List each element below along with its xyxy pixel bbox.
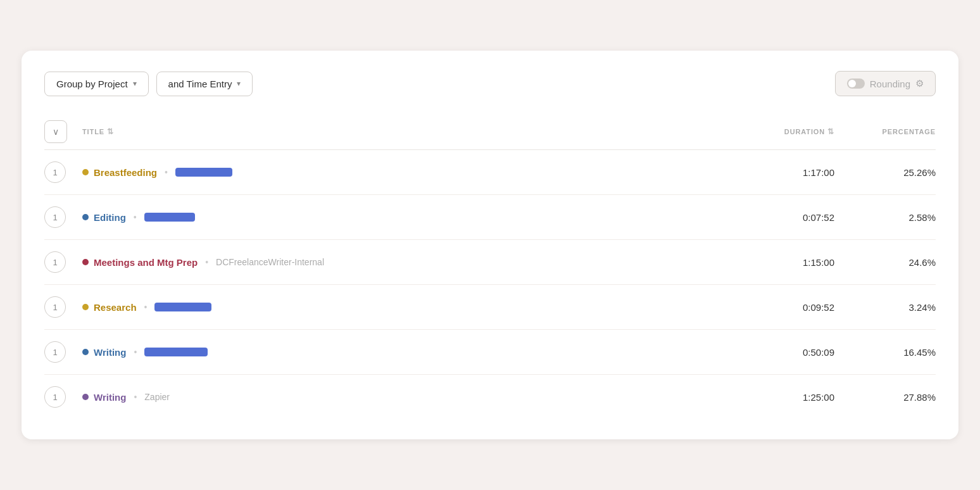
project-dot-icon [82,259,89,265]
toolbar: Group by Project ▾ and Time Entry ▾ Roun… [44,71,936,96]
chevron-down-icon: ∨ [53,127,59,137]
redacted-client-name [154,303,211,311]
project-dot-icon [82,304,89,310]
rounding-toggle [847,79,865,89]
project-dot-icon [82,394,89,400]
row-number-cell: 1 [44,161,82,183]
main-card: Group by Project ▾ and Time Entry ▾ Roun… [22,51,958,439]
separator: • [134,392,137,402]
row-duration: 1:25:00 [733,392,834,403]
row-percentage: 25.26% [834,167,936,178]
project-dot-icon [82,214,89,220]
collapse-button[interactable]: ∨ [44,120,67,143]
group-by-project-button[interactable]: Group by Project ▾ [44,72,149,96]
row-duration: 0:07:52 [733,212,834,223]
gear-icon: ⚙ [915,78,924,89]
row-percentage: 24.6% [834,257,936,268]
project-dot-icon [82,349,89,355]
row-number-badge: 1 [44,161,66,183]
row-number-cell: 1 [44,206,82,228]
row-number-badge: 1 [44,386,66,408]
row-percentage: 16.45% [834,347,936,358]
separator: • [134,347,137,357]
collapse-button-cell: ∨ [44,120,82,143]
row-number-badge: 1 [44,251,66,273]
chevron-down-icon: ▾ [237,79,241,88]
row-title-cell: Writing• [82,347,733,358]
separator: • [205,257,208,267]
row-title-cell: Meetings and Mtg Prep•DCFreelanceWriter-… [82,257,733,268]
table-row: 1Meetings and Mtg Prep•DCFreelanceWriter… [44,240,936,285]
project-name[interactable]: Meetings and Mtg Prep [94,257,198,268]
title-column-header: TITLE ⇅ [82,127,733,136]
client-name: DCFreelanceWriter-Internal [216,257,324,267]
table-header: ∨ TITLE ⇅ DURATION ⇅ PERCENTAGE [44,114,936,150]
redacted-client-name [175,168,232,177]
row-percentage: 2.58% [834,212,936,223]
percentage-column-header: PERCENTAGE [834,128,936,135]
redacted-client-name [144,213,195,222]
row-number-cell: 1 [44,296,82,318]
project-name[interactable]: Research [94,302,137,313]
row-number-cell: 1 [44,341,82,363]
table-body: 1Breastfeeding•1:17:0025.26%1Editing•0:0… [44,150,936,419]
row-number-badge: 1 [44,341,66,363]
row-duration: 1:17:00 [733,167,834,178]
time-entry-button[interactable]: and Time Entry ▾ [156,72,253,96]
row-number-cell: 1 [44,386,82,408]
separator: • [144,302,148,312]
table-row: 1Writing•Zapier1:25:0027.88% [44,375,936,419]
project-name[interactable]: Editing [94,212,126,223]
row-number-badge: 1 [44,296,66,318]
row-title-cell: Writing•Zapier [82,392,733,403]
row-number-badge: 1 [44,206,66,228]
chevron-down-icon: ▾ [133,79,137,88]
sort-icon: ⇅ [107,127,114,136]
row-title-cell: Breastfeeding• [82,167,733,178]
project-name[interactable]: Writing [94,347,126,358]
table-row: 1Writing•0:50:0916.45% [44,330,936,375]
row-duration: 0:50:09 [733,347,834,358]
time-entry-label: and Time Entry [168,79,232,89]
toolbar-right: Rounding ⚙ [835,71,936,96]
table-row: 1Editing•0:07:522.58% [44,195,936,240]
project-dot-icon [82,169,89,175]
client-name: Zapier [144,392,170,402]
rounding-label: Rounding [870,79,910,89]
row-duration: 1:15:00 [733,257,834,268]
table-row: 1Research•0:09:523.24% [44,285,936,330]
sort-icon: ⇅ [827,127,834,136]
row-percentage: 27.88% [834,392,936,403]
row-title-cell: Editing• [82,212,733,223]
project-name[interactable]: Breastfeeding [94,167,157,178]
project-name[interactable]: Writing [94,392,126,403]
separator: • [165,167,168,177]
separator: • [134,212,137,222]
toolbar-left: Group by Project ▾ and Time Entry ▾ [44,72,253,96]
redacted-client-name [144,348,208,356]
row-duration: 0:09:52 [733,302,834,313]
row-title-cell: Research• [82,302,733,313]
row-percentage: 3.24% [834,302,936,313]
rounding-button[interactable]: Rounding ⚙ [835,71,936,96]
group-by-label: Group by Project [56,79,128,89]
duration-column-header: DURATION ⇅ [733,127,834,136]
row-number-cell: 1 [44,251,82,273]
table-row: 1Breastfeeding•1:17:0025.26% [44,150,936,195]
